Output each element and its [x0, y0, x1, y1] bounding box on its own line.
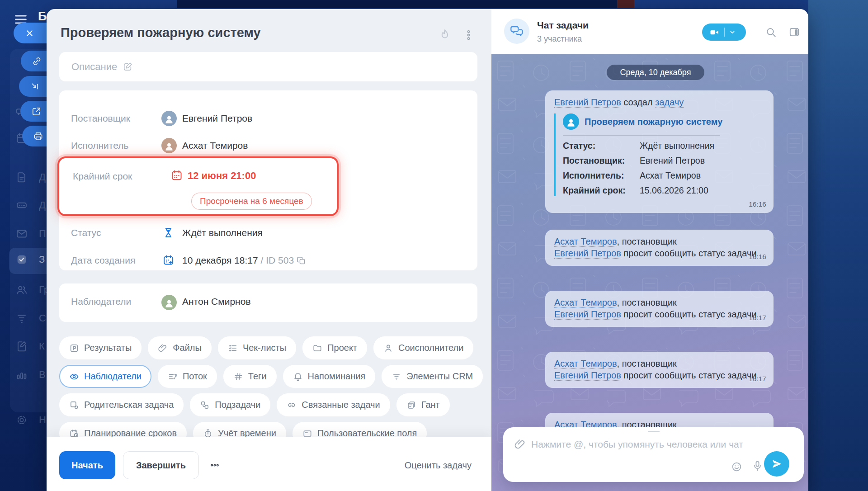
status-value: Ждёт выполнения	[182, 227, 263, 238]
more-actions-icon[interactable]	[206, 461, 224, 470]
creator-avatar[interactable]	[161, 111, 177, 126]
sidebar-item[interactable]: Н	[15, 414, 46, 426]
chip-label: Родительская задача	[84, 400, 174, 410]
chip-checklist[interactable]: Чек-листы	[218, 336, 296, 359]
task-card-object-link[interactable]: задачу	[655, 97, 684, 108]
drag-handle[interactable]	[648, 431, 660, 432]
field-row-status: Статус Ждёт выполнения	[59, 224, 477, 242]
sidebar-item[interactable]: Д	[15, 199, 46, 212]
task-footer-bar: Начать Завершить Оценить задачу	[47, 437, 491, 491]
chat-title: Чат задачи	[537, 20, 589, 31]
message-user-link[interactable]: Асхат Темиров	[554, 236, 617, 247]
card-row-label: Исполнитель:	[563, 170, 640, 182]
chip-row: НаблюдателиПотокТегиНапоминанияЭлементы …	[59, 365, 483, 388]
chat-members-count[interactable]: 3 участника	[537, 34, 582, 44]
task-card-header: Евгений Петров создал задачу	[554, 96, 764, 108]
sidebar-item[interactable]: Гр	[15, 283, 49, 296]
message-text: просит сообщить статус задачи	[621, 248, 757, 258]
chip-linked[interactable]: Связанные задачи	[277, 393, 390, 416]
attach-file-icon[interactable]	[514, 438, 526, 450]
message-user-link[interactable]: Евгений Петров	[554, 309, 621, 320]
rate-task-link[interactable]: Оценить задачу	[405, 460, 472, 471]
sidebar-item[interactable]: В	[15, 368, 46, 381]
chat-message: Асхат Темиров, постановщикЕвгений Петров…	[545, 230, 774, 266]
created-separator: /	[258, 255, 266, 265]
chat-header: Чат задачи 3 участника	[491, 9, 808, 54]
chip-bell[interactable]: Напоминания	[283, 365, 376, 388]
task-card-action: создал	[621, 97, 655, 107]
chip-label: Связанные задачи	[302, 400, 380, 410]
folder-icon	[312, 343, 322, 353]
panel-toggle-icon[interactable]	[788, 26, 800, 38]
task-card-divider	[563, 135, 720, 136]
sidebar-item[interactable]: П	[15, 227, 46, 240]
task-card-author-link[interactable]: Евгений Петров	[554, 97, 621, 108]
flame-icon[interactable]	[438, 28, 452, 42]
sidebar-item[interactable]: К	[15, 340, 45, 353]
assignee-value[interactable]: Асхат Темиров	[182, 140, 248, 151]
chat-message-area: Среда, 10 декабря Евгений Петров создал …	[491, 54, 808, 491]
deadline-value[interactable]: 12 июня 21:00	[188, 170, 256, 182]
copy-icon[interactable]	[297, 256, 306, 265]
watcher-avatar[interactable]	[161, 295, 177, 310]
message-time: 16:17	[749, 374, 766, 383]
sidebar-item[interactable]: Д	[15, 171, 46, 184]
background-window-band	[177, 0, 617, 8]
message-user-link[interactable]: Асхат Темиров	[554, 359, 617, 369]
message-user-link[interactable]: Асхат Темиров	[554, 297, 617, 308]
crm-icon	[392, 372, 401, 382]
message-input[interactable]	[531, 436, 766, 453]
chip-person[interactable]: Соисполнители	[373, 336, 473, 359]
chip-eye[interactable]: Наблюдатели	[59, 365, 151, 388]
chip-subtask[interactable]: Подзадачи	[190, 393, 270, 416]
chip-crm[interactable]: Элементы CRM	[382, 365, 483, 388]
print-icon	[33, 131, 43, 142]
checkbox-icon	[15, 253, 28, 266]
chip-folder[interactable]: Проект	[302, 336, 367, 359]
start-button[interactable]: Начать	[59, 451, 115, 479]
watchers-card: Наблюдатели Антон Смирнов	[59, 283, 477, 322]
message-user-link[interactable]: Евгений Петров	[554, 370, 621, 381]
message-user-link[interactable]: Евгений Петров	[554, 248, 621, 259]
chip-paperclip[interactable]: Файлы	[148, 336, 212, 359]
chip-hash[interactable]: Теги	[223, 365, 277, 388]
sidebar-item[interactable]: С	[15, 312, 46, 325]
chip-label: Результаты	[84, 343, 132, 353]
drive-icon	[15, 199, 28, 212]
more-menu-icon[interactable]	[462, 29, 475, 41]
video-call-button[interactable]	[702, 24, 746, 41]
chip-gantt[interactable]: Гант	[396, 393, 450, 416]
parent-icon	[69, 400, 79, 410]
creator-value[interactable]: Евгений Петров	[182, 113, 252, 124]
description-field[interactable]: Описание	[59, 52, 477, 81]
sidebar-item-label: П	[39, 228, 46, 240]
deadline-label: Крайний срок	[73, 171, 132, 182]
sidebar-item-label: Н	[39, 414, 46, 426]
chat-avatar	[504, 19, 529, 44]
send-button[interactable]	[764, 451, 789, 477]
task-card-title-link[interactable]: Проверяем пожарную систему	[585, 116, 722, 127]
sidebar-item-label: Д	[39, 171, 46, 183]
chip-flow[interactable]: Поток	[158, 365, 217, 388]
complete-button[interactable]: Завершить	[123, 451, 199, 479]
sidebar-item[interactable]: З	[15, 253, 45, 266]
chip-parent[interactable]: Родительская задача	[59, 393, 184, 416]
assignee-avatar[interactable]	[161, 138, 177, 153]
chip-results[interactable]: Результаты	[59, 336, 142, 359]
chip-row: РезультатыФайлыЧек-листыПроектСоисполнит…	[59, 336, 473, 359]
people-icon	[15, 283, 28, 296]
chip-label: Подзадачи	[215, 400, 260, 410]
created-date: 10 декабря 18:17	[182, 255, 258, 265]
microphone-icon[interactable]	[751, 460, 764, 472]
video-camera-icon	[709, 27, 720, 38]
search-icon[interactable]	[765, 26, 777, 38]
task-card-row: Постановщик: Евгений Петров	[563, 155, 764, 167]
message-text: , постановщик	[617, 236, 677, 246]
watcher-value[interactable]: Антон Смирнов	[182, 296, 251, 307]
chevron-down-icon[interactable]	[728, 28, 736, 36]
task-detail-panel: Проверяем пожарную систему Описание Пост…	[47, 9, 491, 491]
results-icon	[69, 343, 79, 353]
emoji-icon[interactable]	[731, 461, 743, 473]
card-row-value: Асхат Темиров	[640, 170, 701, 182]
overdue-badge: Просрочена на 6 месяцев	[191, 193, 312, 210]
